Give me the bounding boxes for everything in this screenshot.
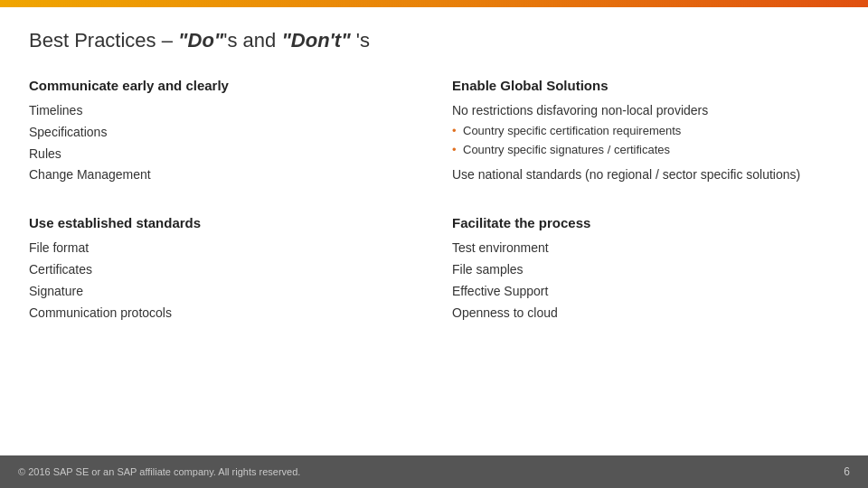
- use-established-item-3: Signature: [29, 281, 416, 303]
- enable-use-national: Use national standards (no regional / se…: [452, 164, 839, 186]
- facilitate-item-1: Test environment: [452, 238, 839, 259]
- enable-no-restrictions: No restrictions disfavoring non-local pr…: [452, 100, 839, 122]
- facilitate-heading: Facilitate the process: [452, 215, 839, 230]
- use-established-heading: Use established standards: [29, 215, 416, 230]
- facilitate-section: Facilitate the process Test environment …: [452, 215, 839, 324]
- slide-title: Best Practices – "Do"'s and "Don't" 's: [29, 29, 839, 52]
- top-bar: [0, 0, 868, 7]
- footer-page: 6: [844, 465, 850, 478]
- enable-bullet-1: Country specific certification requireme…: [452, 122, 839, 141]
- enable-bullet-2: Country specific signatures / certificat…: [452, 141, 839, 160]
- facilitate-item-3: Effective Support: [452, 281, 839, 303]
- use-established-section: Use established standards File format Ce…: [29, 215, 416, 324]
- slide-content: Best Practices – "Do"'s and "Don't" 's C…: [0, 7, 868, 455]
- enable-section: Enable Global Solutions No restrictions …: [452, 78, 839, 186]
- communicate-heading: Communicate early and clearly: [29, 78, 416, 93]
- facilitate-item-2: File samples: [452, 259, 839, 281]
- communicate-item-3: Rules: [29, 144, 416, 165]
- communicate-section: Communicate early and clearly Timelines …: [29, 78, 416, 186]
- footer-copyright: © 2016 SAP SE or an SAP affiliate compan…: [18, 466, 300, 477]
- use-established-item-2: Certificates: [29, 259, 416, 281]
- communicate-item-1: Timelines: [29, 100, 416, 122]
- communicate-item-2: Specifications: [29, 122, 416, 144]
- communicate-item-4: Change Management: [29, 164, 416, 186]
- content-grid: Communicate early and clearly Timelines …: [29, 78, 839, 327]
- use-established-item-1: File format: [29, 238, 416, 259]
- enable-heading: Enable Global Solutions: [452, 78, 839, 93]
- use-established-item-4: Communication protocols: [29, 303, 416, 324]
- facilitate-item-4: Openness to cloud: [452, 303, 839, 324]
- footer: © 2016 SAP SE or an SAP affiliate compan…: [0, 455, 868, 488]
